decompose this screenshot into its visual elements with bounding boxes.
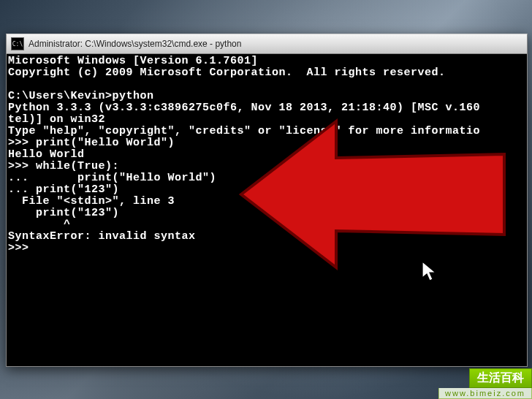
terminal-line: File "<stdin>", line 3 [8, 196, 525, 208]
watermark-url: www.bimeiz.com [438, 388, 532, 399]
terminal-line: >>> [8, 243, 525, 254]
titlebar[interactable]: C:\ Administrator: C:\Windows\system32\c… [7, 34, 527, 54]
cmd-icon: C:\ [11, 37, 24, 50]
terminal-line: tel)] on win32 [8, 114, 525, 126]
terminal-line: C:\Users\Kevin>python [8, 91, 525, 102]
terminal-line: SyntaxError: invalid syntax [8, 231, 525, 243]
terminal-output[interactable]: Microsoft Windows [Version 6.1.7601]Copy… [7, 54, 527, 366]
terminal-line: Copyright (c) 2009 Microsoft Corporation… [8, 67, 525, 79]
terminal-line: ... print("Hello World") [8, 172, 525, 184]
watermark-brand: 生活百科 [469, 368, 532, 388]
terminal-line: ^ [8, 219, 525, 231]
terminal-line: Hello World [8, 149, 525, 161]
terminal-line: print("123") [8, 208, 525, 219]
terminal-line: >>> while(True): [8, 161, 525, 172]
desktop-background: C:\ Administrator: C:\Windows\system32\c… [0, 0, 532, 399]
terminal-line: >>> print("Hello World") [8, 137, 525, 149]
terminal-line: Microsoft Windows [Version 6.1.7601] [8, 56, 525, 67]
terminal-line: Python 3.3.3 (v3.3.3:c3896275c0f6, Nov 1… [8, 102, 525, 114]
terminal-line: Type "help", "copyright", "credits" or "… [8, 126, 525, 137]
terminal-line: ... print("123") [8, 184, 525, 196]
terminal-line [8, 79, 525, 91]
cmd-window[interactable]: C:\ Administrator: C:\Windows\system32\c… [6, 34, 528, 367]
window-title: Administrator: C:\Windows\system32\cmd.e… [28, 39, 241, 49]
watermark: 生活百科 www.bimeiz.com [386, 367, 532, 399]
